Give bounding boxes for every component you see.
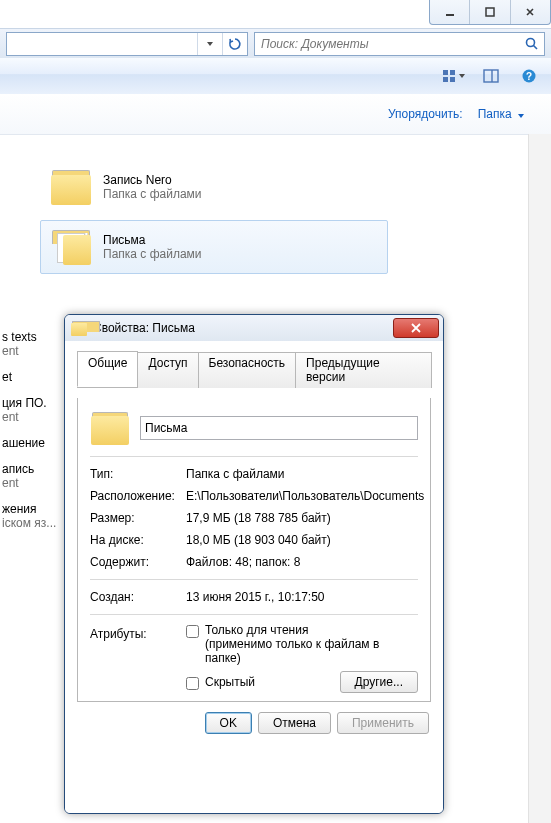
search-input[interactable] — [255, 34, 544, 54]
tab-previous[interactable]: Предыдущие версии — [295, 352, 432, 388]
svg-rect-8 — [484, 70, 498, 82]
svg-rect-4 — [443, 70, 448, 75]
label-size-on-disk: На диске: — [90, 533, 186, 547]
maximize-button[interactable] — [469, 0, 509, 24]
explorer-toolbar: ? — [0, 58, 551, 95]
address-bar[interactable] — [6, 32, 248, 56]
label-attributes: Атрибуты: — [90, 623, 186, 693]
readonly-checkbox[interactable] — [186, 625, 199, 638]
label-created: Создан: — [90, 590, 186, 604]
value-created: 13 июня 2015 г., 10:17:50 — [186, 590, 418, 604]
tabstrip: Общие Доступ Безопасность Предыдущие вер… — [77, 351, 431, 388]
hidden-checkbox-row[interactable]: Скрытый — [186, 675, 255, 690]
value-location: E:\Пользователи\Пользователь\Documents — [186, 489, 424, 503]
tab-general[interactable]: Общие — [77, 351, 138, 387]
svg-rect-7 — [450, 77, 455, 82]
folder-icon — [71, 320, 87, 336]
dialog-titlebar[interactable]: Свойства: Письма — [65, 315, 443, 342]
folder-item[interactable]: Запись Nero Папка с файлами — [40, 160, 388, 214]
scrollbar[interactable] — [528, 134, 551, 823]
svg-rect-6 — [443, 77, 448, 82]
close-button[interactable] — [510, 0, 550, 24]
nav-tree-fragment: s textsent et ция ПО.ent ашение аписьent… — [0, 320, 60, 532]
hidden-checkbox[interactable] — [186, 677, 199, 690]
chevron-down-icon — [518, 114, 524, 118]
properties-dialog: Свойства: Письма Общие Доступ Безопаснос… — [64, 314, 444, 814]
tab-general-page: Тип:Папка с файлами Расположение:E:\Поль… — [77, 398, 431, 702]
organize-bar: Упорядочить: Папка — [0, 94, 551, 135]
svg-rect-1 — [486, 8, 494, 16]
hidden-label: Скрытый — [205, 675, 255, 689]
separator — [90, 456, 418, 457]
view-mode-button[interactable] — [439, 64, 467, 88]
tab-sharing[interactable]: Доступ — [137, 352, 198, 388]
svg-point-2 — [527, 39, 535, 47]
svg-rect-5 — [450, 70, 455, 75]
folder-name-input[interactable] — [140, 416, 418, 440]
search-icon[interactable] — [524, 36, 540, 55]
folder-menu-label: Папка — [478, 107, 512, 121]
window-caption-buttons — [429, 0, 551, 25]
folder-icon — [49, 227, 93, 267]
breadcrumb-chevron-icon[interactable] — [197, 33, 222, 55]
tab-security[interactable]: Безопасность — [198, 352, 297, 388]
item-name: Запись Nero — [103, 173, 202, 187]
separator — [90, 579, 418, 580]
svg-text:?: ? — [526, 71, 532, 82]
dialog-body: Общие Доступ Безопасность Предыдущие вер… — [65, 341, 443, 813]
organize-label: Упорядочить: — [388, 107, 463, 121]
folder-item[interactable]: Письма Папка с файлами — [40, 220, 388, 274]
folder-menu[interactable]: Папка — [471, 104, 531, 124]
advanced-button[interactable]: Другие... — [340, 671, 418, 693]
search-box[interactable] — [254, 32, 545, 56]
dialog-footer: OK Отмена Применить — [77, 702, 431, 736]
folder-icon — [49, 167, 93, 207]
dialog-title: Свойства: Письма — [93, 321, 393, 335]
label-type: Тип: — [90, 467, 186, 481]
value-size-on-disk: 18,0 МБ (18 903 040 байт) — [186, 533, 418, 547]
item-name: Письма — [103, 233, 202, 247]
svg-rect-0 — [446, 14, 454, 16]
item-type: Папка с файлами — [103, 247, 202, 261]
ok-button[interactable]: OK — [205, 712, 252, 734]
readonly-label: Только для чтения — [205, 623, 308, 637]
address-bar-row — [0, 28, 551, 60]
minimize-button[interactable] — [430, 0, 469, 24]
label-location: Расположение: — [90, 489, 186, 503]
help-button[interactable]: ? — [515, 64, 543, 88]
dialog-close-button[interactable] — [393, 318, 439, 338]
preview-pane-button[interactable] — [477, 64, 505, 88]
value-type: Папка с файлами — [186, 467, 418, 481]
folder-icon — [90, 410, 130, 446]
item-type: Папка с файлами — [103, 187, 202, 201]
value-contains: Файлов: 48; папок: 8 — [186, 555, 418, 569]
readonly-checkbox-row[interactable]: Только для чтения (применимо только к фа… — [186, 623, 418, 665]
refresh-button[interactable] — [222, 33, 247, 55]
separator — [90, 614, 418, 615]
readonly-sublabel: (применимо только к файлам в папке) — [205, 637, 379, 665]
value-size: 17,9 МБ (18 788 785 байт) — [186, 511, 418, 525]
apply-button[interactable]: Применить — [337, 712, 429, 734]
label-contains: Содержит: — [90, 555, 186, 569]
label-size: Размер: — [90, 511, 186, 525]
svg-line-3 — [534, 46, 538, 50]
cancel-button[interactable]: Отмена — [258, 712, 331, 734]
